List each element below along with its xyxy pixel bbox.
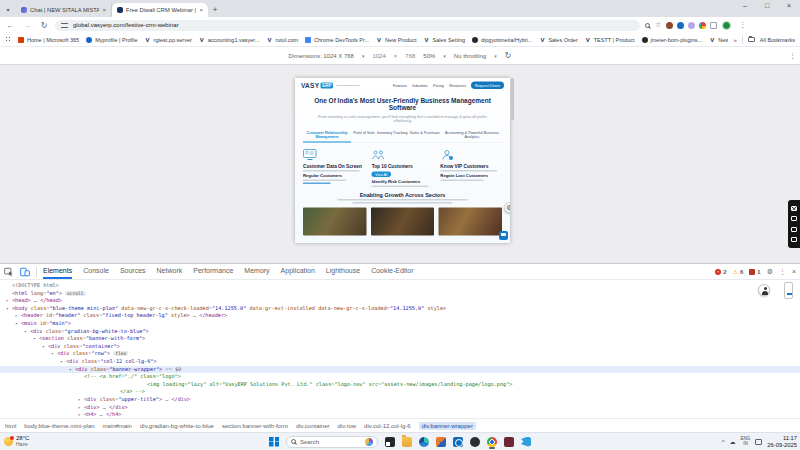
elements-tree-line[interactable]: </a> -->	[0, 388, 800, 396]
app-icon[interactable]	[470, 437, 480, 447]
devtools-settings-icon[interactable]: ⚙	[767, 268, 773, 276]
extension-icon[interactable]	[677, 22, 684, 29]
breadcrumb-item[interactable]: body.blue-theme.mini-plan	[24, 423, 94, 429]
extension-icon[interactable]	[699, 22, 706, 29]
side-panel-icon[interactable]	[710, 22, 717, 29]
bookmark-item[interactable]: dipgyotimetia/Hybri...	[472, 37, 532, 43]
elements-tree-line[interactable]: ▾<main id="main">	[0, 320, 800, 328]
elements-tree-line[interactable]: ▾<body class="blue-theme mini-plan" data…	[0, 305, 800, 313]
page-settings-gear-icon[interactable]: ⚙	[504, 202, 510, 213]
breadcrumb-item[interactable]: div.row	[338, 423, 357, 429]
bookmark-star-icon[interactable]: ☆	[655, 21, 661, 29]
window-maximize-button[interactable]: □	[756, 0, 778, 9]
bookmark-item[interactable]: rgtest.pp.server	[145, 37, 192, 43]
tab-crm[interactable]: Customer Relationship Management	[303, 130, 351, 143]
browser-tab-webinar[interactable]: Free Diwali CRM Webinar | Bo... ×	[112, 3, 208, 17]
page-nav-link[interactable]: Resources	[449, 84, 466, 88]
page-scrollbar[interactable]	[511, 78, 514, 120]
browser-tab-chat[interactable]: Chat | NEW SITALA MISTANNI... ×	[16, 3, 112, 17]
action-center-icon[interactable]	[755, 439, 762, 445]
outlook-icon[interactable]	[453, 437, 463, 447]
tab-inventory[interactable]: Inventory Tracking	[377, 130, 408, 143]
dimensions-select[interactable]: Dimensions: 1024 X 768	[289, 53, 354, 59]
url-text[interactable]: global.vasyerp.com/festive-crm-webinar	[73, 22, 179, 28]
devtools-menu-icon[interactable]: ⋮	[779, 268, 786, 276]
devtools-tab-lighthouse[interactable]: Lighthouse	[326, 264, 360, 279]
elements-tree-line[interactable]: <!DOCTYPE html>	[0, 282, 800, 290]
window-minimize-button[interactable]: –	[734, 0, 756, 9]
zoom-select[interactable]: 50%	[423, 53, 435, 59]
bookmark-item[interactable]: Chrome DevTools Pr...	[305, 37, 369, 43]
devtools-close-icon[interactable]: ×	[792, 268, 796, 275]
elements-tree-line[interactable]: ▾<div class="banner-wrapper"> == $0	[0, 366, 800, 374]
chat-widget-button[interactable]	[499, 231, 508, 240]
devtools-tab-network[interactable]: Network	[157, 264, 183, 279]
elements-tree-line[interactable]: <img loading="lazy" alt="VasyERP Solutio…	[0, 381, 800, 389]
devtools-tab-elements[interactable]: Elements	[43, 264, 72, 279]
address-bar[interactable]: global.vasyerp.com/festive-crm-webinar	[55, 20, 640, 31]
breadcrumb-item[interactable]: main#main	[103, 423, 132, 429]
elements-tree-line[interactable]: ▾<div class="container">	[0, 343, 800, 351]
tab-accounting[interactable]: Accounting & Powerful Business Analytics	[442, 130, 502, 143]
language-switcher[interactable]: ENG IN	[741, 437, 751, 447]
page-nav-link[interactable]: Industries	[412, 84, 427, 88]
elements-tree-line[interactable]: <!-- <a href="./" class="logo">	[0, 373, 800, 381]
elements-tree-line[interactable]: ▾<section class="banner-with-form">	[0, 335, 800, 343]
start-button[interactable]	[269, 437, 279, 447]
bookmark-item[interactable]: Myprofile | Profile	[86, 37, 137, 43]
extension-icon[interactable]	[666, 22, 673, 29]
console-errors-badge[interactable]: ×2	[715, 269, 726, 275]
devtools-tab-cookie-editor[interactable]: Cookie-Editor	[371, 264, 413, 279]
bookmark-item[interactable]: jmeter-bom-plugins...	[642, 37, 703, 43]
elements-tree-line[interactable]: ▸<div> … </div>	[0, 404, 800, 412]
browser-menu-icon[interactable]: ⋮	[736, 21, 749, 29]
bookmarks-overflow-icon[interactable]: »	[734, 37, 737, 43]
bookmark-item[interactable]: Home | Microsoft 365	[18, 37, 79, 43]
extension-icon[interactable]	[688, 22, 695, 29]
bookmark-item[interactable]: rutul.com	[266, 37, 298, 43]
rotate-viewport-icon[interactable]: ↻	[505, 51, 512, 60]
bookmark-item[interactable]: New Product	[376, 37, 417, 43]
hidden-icons-chevron[interactable]: ^	[722, 439, 725, 445]
breadcrumb-item[interactable]: section.banner-with-form	[222, 423, 288, 429]
app-icon[interactable]	[436, 437, 446, 447]
issues-badge[interactable]: 1	[749, 269, 760, 275]
breadcrumb-item[interactable]: html	[5, 423, 16, 429]
onedrive-cloud-icon[interactable]: ☁	[730, 438, 736, 445]
view-all-button[interactable]: View All	[372, 172, 391, 178]
elements-tree-line[interactable]: ▸<header id="header" class="fixed-top he…	[0, 312, 800, 320]
devtools-tab-memory[interactable]: Memory	[244, 264, 269, 279]
edge-icon[interactable]	[419, 437, 429, 447]
folder-icon[interactable]	[791, 227, 797, 232]
vasyerp-logo[interactable]: VASY ERP	[301, 82, 359, 90]
devtools-tab-performance[interactable]: Performance	[193, 264, 233, 279]
profile-avatar[interactable]	[722, 21, 731, 30]
tab-search-chevron-icon[interactable]: ▾	[0, 6, 16, 17]
devtools-tab-sources[interactable]: Sources	[120, 264, 146, 279]
elements-tree-line[interactable]: <html lang="en">scroll	[0, 290, 800, 298]
chrome-icon[interactable]	[487, 437, 497, 447]
elements-tree-line[interactable]: ▾<div class="row">flex	[0, 350, 800, 358]
bookmark-item[interactable]: Sales Setting	[424, 37, 465, 43]
tab-close-icon[interactable]: ×	[102, 7, 106, 13]
app-icon[interactable]	[504, 437, 514, 447]
notepad-app-icon[interactable]	[385, 437, 395, 447]
vscode-icon[interactable]	[521, 437, 531, 447]
accessibility-slider[interactable]	[784, 282, 793, 299]
tab-sales[interactable]: Sales & Purchase	[410, 130, 440, 143]
taskbar-clock[interactable]: 11:17 26-09-2025	[767, 435, 797, 449]
devtools-tab-console[interactable]: Console	[83, 264, 109, 279]
forward-icon[interactable]: →	[21, 21, 33, 30]
elements-tree-line[interactable]: ▸<div class="upper-title"> … </div>	[0, 396, 800, 404]
back-icon[interactable]: ←	[4, 21, 16, 30]
copy-icon[interactable]	[791, 216, 797, 221]
console-warnings-badge[interactable]: ⚠6	[733, 268, 744, 275]
elements-tree-line[interactable]: ▸<head> … </head>	[0, 297, 800, 305]
device-width-input[interactable]: 1024	[372, 53, 385, 59]
bookmark-item[interactable]: Sales Order	[539, 37, 577, 43]
tab-pos[interactable]: Point of Sale	[353, 130, 374, 143]
window-close-button[interactable]: ×	[778, 0, 800, 9]
all-bookmarks-button[interactable]: All Bookmarks	[760, 37, 795, 43]
device-toolbar-menu-icon[interactable]: ⋮	[789, 52, 796, 60]
gear-icon[interactable]	[791, 237, 797, 242]
